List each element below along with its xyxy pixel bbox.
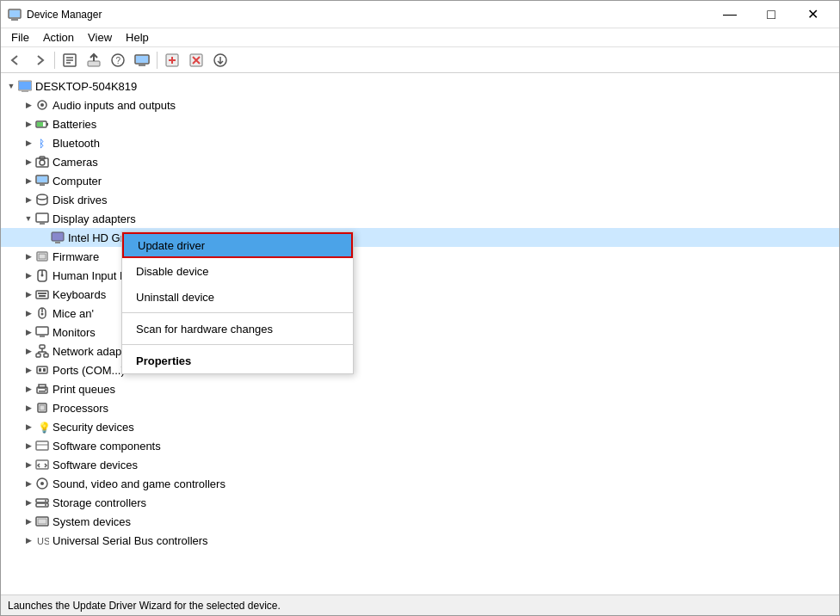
software-dev-icon <box>35 458 49 471</box>
context-menu-disable-device[interactable]: Disable device <box>122 258 353 284</box>
update-driver-label: Update driver <box>138 239 205 252</box>
tree-item-security[interactable]: ▶ 💡 Security devices <box>1 417 839 436</box>
svg-rect-70 <box>36 441 48 450</box>
properties-button[interactable] <box>59 50 81 71</box>
disk-label: Disk drives <box>52 194 108 206</box>
menu-view[interactable]: View <box>81 29 119 46</box>
ports-icon <box>35 363 49 377</box>
status-bar: Launches the Update Driver Wizard for th… <box>1 594 839 615</box>
menu-action[interactable]: Action <box>36 29 81 46</box>
sound-label: Sound, video and game controllers <box>52 477 225 490</box>
tree-item-bluetooth[interactable]: ▶ ᛒ Bluetooth <box>1 133 839 152</box>
svg-rect-41 <box>36 291 48 299</box>
svg-rect-1 <box>11 19 18 21</box>
remove-button[interactable] <box>185 50 207 71</box>
print-label: Print queues <box>52 383 115 396</box>
tree-item-disk[interactable]: ▶ Disk drives <box>1 190 839 209</box>
svg-rect-18 <box>22 90 28 92</box>
update-driver-toolbar-button[interactable] <box>83 50 105 71</box>
battery-icon <box>35 117 49 131</box>
back-button[interactable] <box>4 50 27 71</box>
title-bar: Device Manager — □ ✕ <box>1 1 839 28</box>
keyboard-icon <box>35 287 49 301</box>
menu-bar: File Action View Help <box>1 28 839 47</box>
uninstall-device-label: Uninstall device <box>136 291 214 304</box>
svg-rect-42 <box>38 293 40 294</box>
svg-text:?: ? <box>116 56 121 65</box>
svg-rect-45 <box>40 293 41 294</box>
svg-rect-53 <box>40 345 45 348</box>
context-menu-uninstall-device[interactable]: Uninstall device <box>122 284 353 310</box>
processor-icon <box>35 401 49 415</box>
audio-expand: ▶ <box>22 98 35 112</box>
network-expand: ▶ <box>22 344 35 358</box>
svg-point-31 <box>37 194 47 200</box>
tree-item-software-comp[interactable]: ▶ Software components <box>1 436 839 455</box>
usb-label: Universal Serial Bus controllers <box>52 534 208 547</box>
security-icon: 💡 <box>35 420 49 434</box>
software-comp-label: Software components <box>52 440 161 453</box>
bluetooth-icon: ᛒ <box>35 136 49 150</box>
close-button[interactable]: ✕ <box>793 1 832 28</box>
software-dev-label: Software devices <box>52 459 138 471</box>
tree-item-batteries[interactable]: ▶ Batteries <box>1 114 839 133</box>
download-button[interactable] <box>209 50 232 71</box>
tree-item-sound[interactable]: ▶ Sound, video and game controllers <box>1 474 839 493</box>
mice-label: Mice an' <box>52 307 94 320</box>
svg-rect-22 <box>46 123 48 126</box>
batteries-expand: ▶ <box>22 117 35 131</box>
firmware-icon <box>35 249 49 263</box>
context-menu-update-driver[interactable]: Update driver <box>122 232 353 258</box>
svg-text:USB: USB <box>37 536 49 546</box>
processors-label: Processors <box>52 402 108 415</box>
svg-rect-64 <box>39 385 46 388</box>
tree-item-computer[interactable]: ▶ Computer <box>1 171 839 190</box>
display-button[interactable] <box>131 50 153 71</box>
toolbar: ? <box>1 47 839 73</box>
window-title: Device Manager <box>27 9 710 21</box>
maximize-button[interactable]: □ <box>751 1 791 28</box>
svg-rect-33 <box>40 223 45 225</box>
tree-item-cameras[interactable]: ▶ Cameras <box>1 152 839 171</box>
tree-item-print[interactable]: ▶ Print queues <box>1 379 839 398</box>
system-label: System devices <box>52 515 131 528</box>
mice-icon <box>35 306 49 320</box>
tree-item-system[interactable]: ▶ System devices <box>1 512 839 531</box>
security-label: Security devices <box>52 421 134 434</box>
security-expand: ▶ <box>22 420 35 434</box>
display-icon <box>35 212 49 225</box>
main-content: ▼ DESKTOP-504K819 ▶ Audio inputs and out… <box>1 73 839 594</box>
context-menu-scan-hardware[interactable]: Scan for hardware changes <box>122 316 353 342</box>
window-icon <box>8 8 22 22</box>
context-menu-properties[interactable]: Properties <box>122 348 353 373</box>
add-button[interactable] <box>161 50 183 71</box>
svg-rect-54 <box>36 354 40 357</box>
svg-point-40 <box>41 274 44 277</box>
svg-rect-52 <box>40 336 45 337</box>
menu-file[interactable]: File <box>4 29 36 46</box>
svg-point-74 <box>40 482 44 485</box>
svg-rect-17 <box>19 82 31 89</box>
svg-rect-51 <box>36 327 48 335</box>
tree-item-usb[interactable]: ▶ USB Universal Serial Bus controllers <box>1 531 839 550</box>
svg-point-20 <box>40 103 44 107</box>
tree-item-software-dev[interactable]: ▶ Software devices <box>1 455 839 474</box>
svg-rect-34 <box>52 232 64 241</box>
display-label: Display adapters <box>52 213 136 225</box>
help-button[interactable]: ? <box>107 50 129 71</box>
hid-icon <box>35 268 49 282</box>
properties-label: Properties <box>136 354 191 367</box>
tree-item-processors[interactable]: ▶ Processors <box>1 398 839 417</box>
device-manager-window: Device Manager — □ ✕ File Action View He… <box>0 0 840 616</box>
menu-help[interactable]: Help <box>119 29 156 46</box>
svg-point-26 <box>40 160 45 165</box>
tree-root[interactable]: ▼ DESKTOP-504K819 <box>1 77 839 95</box>
svg-rect-60 <box>37 367 47 373</box>
tree-item-audio[interactable]: ▶ Audio inputs and outputs <box>1 95 839 114</box>
computer-tree-icon <box>35 174 49 188</box>
tree-item-storage[interactable]: ▶ Storage controllers <box>1 493 839 512</box>
svg-rect-32 <box>36 213 48 222</box>
tree-item-display[interactable]: ▼ Display adapters <box>1 209 839 228</box>
minimize-button[interactable]: — <box>710 1 750 28</box>
forward-button[interactable] <box>28 50 51 71</box>
